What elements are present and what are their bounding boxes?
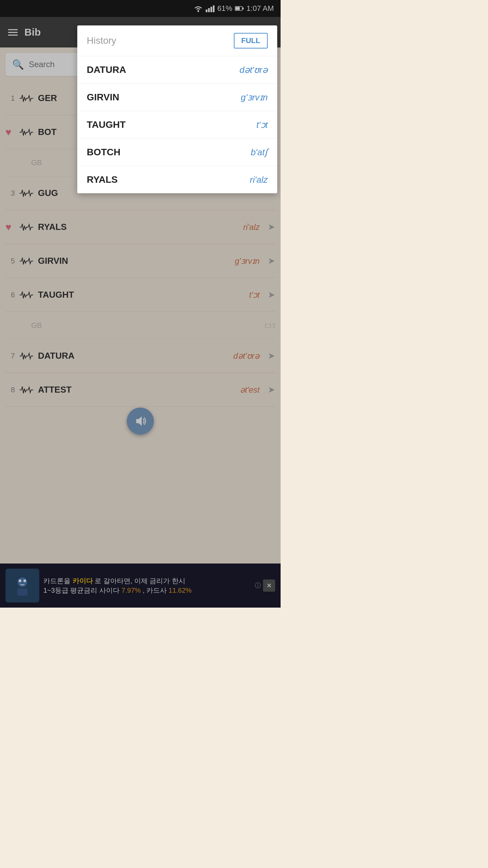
history-phonetic: t'ɔt [257,120,268,130]
history-phonetic: b'atʃ [251,147,268,158]
history-dropdown: History FULL DATURA dət'ʊrə GIRVIN g'ɜrv… [77,25,277,193]
full-button[interactable]: FULL [234,33,268,48]
history-item-datura[interactable]: DATURA dət'ʊrə [77,56,277,84]
history-item-taught[interactable]: TAUGHT t'ɔt [77,111,277,139]
history-word: DATURA [87,64,126,75]
history-word: RYALS [87,174,118,185]
history-phonetic: g'ɜrvɪn [241,92,268,103]
history-item-girvin[interactable]: GIRVIN g'ɜrvɪn [77,84,277,111]
history-phonetic: dət'ʊrə [240,65,268,75]
history-header: History FULL [77,25,277,56]
history-title: History [87,35,116,46]
history-item-botch[interactable]: BOTCH b'atʃ [77,139,277,166]
history-item-ryals[interactable]: RYALS ri'alz [77,166,277,193]
history-word: GIRVIN [87,92,119,103]
history-word: BOTCH [87,147,121,158]
history-phonetic: ri'alz [250,175,268,185]
history-word: TAUGHT [87,119,126,130]
